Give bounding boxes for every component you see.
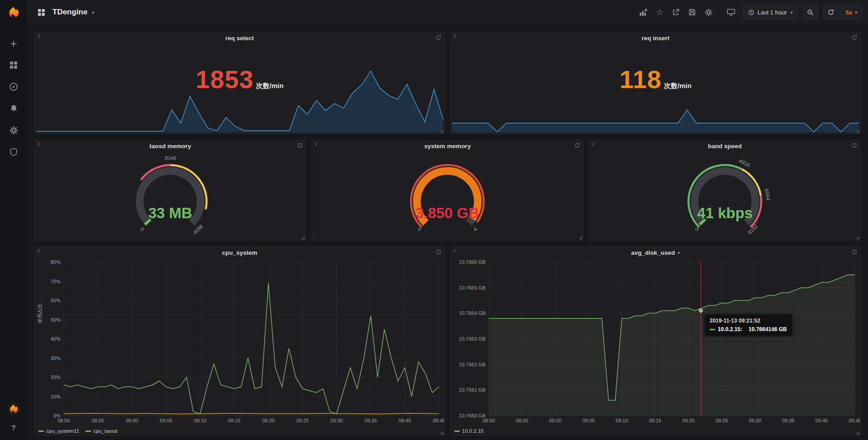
stat-unit: 次数/min — [256, 82, 283, 90]
svg-text:09:05: 09:05 — [582, 418, 595, 423]
clock-icon — [748, 9, 754, 15]
panel-info-icon[interactable]: i — [593, 141, 594, 148]
panel-menu-caret-icon[interactable]: ▾ — [678, 250, 680, 255]
stat-unit: 次数/min — [664, 82, 692, 90]
panel-resize-handle[interactable] — [440, 431, 443, 435]
panel-info-icon[interactable]: i — [315, 141, 316, 148]
dashboard-row-2: i taosd memory 02048409633 MB i system m… — [34, 140, 861, 241]
legend-item-cpu-system11[interactable]: cpu_system11 — [38, 428, 79, 434]
panel-title[interactable]: taosd memory — [150, 143, 191, 150]
svg-text:09:20: 09:20 — [262, 418, 275, 423]
server-admin-shield-icon[interactable] — [8, 146, 19, 157]
panel-title[interactable]: cpu_system — [222, 249, 257, 256]
timeseries-chart[interactable]: 0%10%20%30%40%50%60%70%80%08:5008:5509:0… — [35, 258, 444, 425]
panel-header[interactable]: req insert — [451, 32, 860, 44]
svg-text:50%: 50% — [51, 317, 61, 323]
svg-text:30%: 30% — [51, 356, 61, 361]
legend-swatch — [454, 431, 460, 432]
timeseries-chart[interactable]: 10.7660 GB10.7661 GB10.7662 GB10.7663 GB… — [451, 258, 860, 425]
svg-text:33 MB: 33 MB — [148, 205, 192, 221]
dashboard-settings-gear-button[interactable] — [702, 5, 715, 19]
panel-resize-handle[interactable] — [856, 236, 859, 239]
chevron-down-icon[interactable]: ▾ — [92, 10, 94, 15]
panel-info-icon[interactable]: i — [38, 248, 39, 254]
svg-text:08:50: 08:50 — [57, 418, 70, 423]
dashboard-title[interactable]: TDengine — [52, 8, 87, 17]
svg-text:20%: 20% — [51, 374, 61, 380]
panel-header[interactable]: avg_disk_used ▾ — [451, 247, 860, 258]
navbar: TDengine ▾ ☆ — [27, 0, 868, 24]
refresh-interval-select[interactable]: 5s▾ — [841, 6, 862, 19]
dashboards-grid-icon[interactable] — [8, 60, 19, 70]
explore-compass-icon[interactable] — [8, 81, 19, 92]
svg-text:09:45: 09:45 — [849, 418, 860, 423]
svg-text:6554: 6554 — [764, 188, 771, 201]
panel-title[interactable]: req select — [225, 35, 254, 42]
panel-header[interactable]: cpu_system — [35, 247, 444, 258]
panel-header[interactable]: system memory — [312, 140, 583, 152]
svg-text:4916: 4916 — [738, 158, 750, 168]
svg-text:09:15: 09:15 — [228, 418, 241, 423]
svg-text:2048: 2048 — [165, 155, 176, 161]
panel-header[interactable]: taosd memory — [35, 140, 306, 152]
panel-header[interactable]: band speed — [590, 140, 860, 152]
main: TDengine ▾ ☆ — [27, 0, 868, 440]
tooltip-value: 10.7664146 GB — [749, 326, 787, 332]
panel-title[interactable]: req insert — [642, 35, 670, 42]
svg-text:10%: 10% — [51, 394, 61, 399]
svg-text:09:10: 09:10 — [616, 418, 628, 423]
panel-refresh-spinner-icon — [436, 35, 441, 40]
chevron-down-icon: ▾ — [790, 10, 793, 15]
gauge-chart: 02048409633 MB — [35, 152, 306, 240]
panel-resize-handle[interactable] — [856, 129, 859, 133]
grafana-logo[interactable] — [6, 5, 21, 20]
time-range-picker[interactable]: Last 1 hour ▾ — [743, 5, 797, 19]
save-button[interactable] — [685, 5, 699, 19]
legend-item-10-0-2-15[interactable]: 10.0.2.15 — [454, 428, 484, 434]
svg-text:08:55: 08:55 — [516, 418, 528, 423]
panel-refresh-spinner-icon — [436, 249, 441, 255]
tooltip-series-row: 10.0.2.15: 10.7664146 GB — [710, 326, 787, 332]
panel-resize-handle[interactable] — [579, 236, 582, 239]
refresh-button[interactable] — [824, 6, 838, 19]
panel-resize-handle[interactable] — [856, 431, 859, 435]
svg-text:0: 0 — [139, 226, 145, 232]
svg-text:09:35: 09:35 — [782, 418, 795, 423]
panel-info-icon[interactable]: i — [38, 33, 39, 40]
panel-resize-handle[interactable] — [440, 129, 443, 133]
svg-text:40%: 40% — [51, 336, 61, 342]
svg-text:09:15: 09:15 — [649, 418, 661, 423]
tooltip-swatch — [710, 329, 715, 330]
help-icon[interactable]: ? — [8, 423, 19, 434]
svg-text:0: 0 — [417, 226, 423, 232]
sidebar: + — [0, 0, 27, 440]
panel-info-icon[interactable]: i — [454, 248, 455, 254]
share-button[interactable] — [669, 5, 683, 19]
stat-value: 1853 — [196, 65, 254, 94]
svg-text:10.7663 GB: 10.7663 GB — [459, 336, 486, 342]
panel-band-speed: i band speed 049166554819241 kbps — [589, 140, 861, 241]
configuration-gear-icon[interactable] — [8, 125, 19, 136]
svg-text:10.7664 GB: 10.7664 GB — [459, 310, 486, 316]
panel-title[interactable]: band speed — [708, 143, 742, 150]
panel-info-icon[interactable]: i — [454, 33, 455, 40]
legend: 10.0.2.15 — [454, 428, 484, 434]
panel-header[interactable]: req select — [35, 32, 444, 44]
user-avatar[interactable] — [7, 402, 20, 416]
app: + — [0, 0, 868, 440]
svg-text:09:00: 09:00 — [549, 418, 562, 423]
alerting-bell-icon[interactable] — [8, 103, 19, 114]
zoom-out-button[interactable] — [803, 5, 818, 19]
graph-tooltip: 2019-11-13 09:21:52 10.0.2.15: 10.766414… — [705, 314, 792, 336]
panel-resize-handle[interactable] — [301, 236, 305, 239]
svg-text:10.7665 GB: 10.7665 GB — [459, 285, 486, 290]
panel-title[interactable]: system memory — [425, 143, 471, 150]
create-plus-icon[interactable]: + — [8, 38, 19, 49]
panel-info-icon[interactable]: i — [38, 141, 39, 148]
panel-title[interactable]: avg_disk_used — [631, 249, 675, 256]
legend-item-cpu-taosd[interactable]: cpu_taosd — [85, 428, 117, 434]
star-button[interactable]: ☆ — [653, 5, 666, 19]
tv-cycle-view-button[interactable] — [724, 5, 738, 19]
dashboard-squares-icon[interactable] — [34, 5, 48, 19]
add-panel-button[interactable] — [637, 5, 650, 19]
